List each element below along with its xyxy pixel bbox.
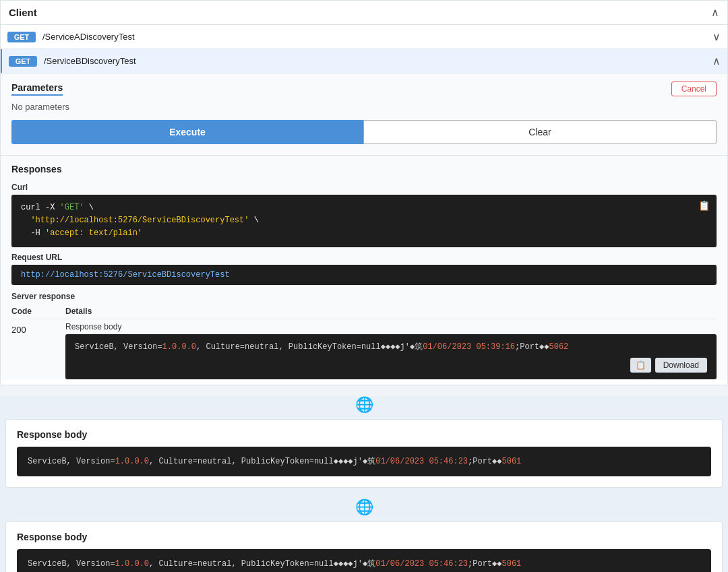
card-1-port: 5061 bbox=[502, 457, 522, 466]
card-2-port-pre: ;Port◆◆ bbox=[468, 559, 502, 569]
collapse-icon[interactable]: ∧ bbox=[711, 6, 719, 19]
response-code: 200 bbox=[11, 322, 65, 335]
endpoint-path-1: /ServiceADiscoveryTest bbox=[42, 32, 712, 42]
download-button[interactable]: Download bbox=[655, 358, 707, 373]
details-col-header: Details bbox=[65, 307, 717, 316]
response-body-version: 1.0.0.0 bbox=[162, 342, 196, 352]
curl-line-2: 'http://localhost:5276/ServiceBDiscovery… bbox=[21, 214, 707, 227]
curl-label: Curl bbox=[11, 183, 717, 192]
get-badge-2: GET bbox=[9, 56, 37, 67]
responses-section: Responses Curl 📋 curl -X 'GET' \ 'http:/… bbox=[1, 156, 727, 379]
card-1-date: 01/06/2023 05:46:23 bbox=[375, 457, 468, 466]
cancel-button[interactable]: Cancel bbox=[671, 82, 717, 96]
row-2-chevron[interactable]: ∧ bbox=[712, 55, 721, 67]
response-body-label-inline: Response body bbox=[65, 322, 717, 331]
client-header: Client ∧ bbox=[1, 1, 727, 25]
copy-curl-icon[interactable]: 📋 bbox=[698, 200, 710, 212]
params-title: Parameters bbox=[11, 82, 63, 96]
copy-response-button[interactable]: 📋 bbox=[630, 358, 651, 373]
card-1-title: Response body bbox=[17, 429, 711, 440]
card-1-port-pre: ;Port◆◆ bbox=[468, 457, 502, 466]
table-header: Code Details bbox=[11, 304, 717, 319]
response-body-port-pre: ;Port◆◆ bbox=[515, 342, 549, 352]
card-1-prefix: ServiceB, Version= bbox=[28, 457, 115, 466]
curl-line-3: -H 'accept: text/plain' bbox=[21, 227, 707, 240]
client-title: Client bbox=[9, 7, 37, 18]
card-2-port: 5061 bbox=[502, 559, 522, 569]
parameters-section: Parameters Cancel No parameters Execute … bbox=[1, 73, 727, 156]
bottom-sections: 🌐 Response body ServiceB, Version=1.0.0.… bbox=[0, 396, 728, 572]
card-2-date: 01/06/2023 05:46:23 bbox=[375, 559, 468, 569]
response-actions-row: 📋 Download bbox=[75, 358, 707, 373]
endpoint-path-2: /ServiceBDiscoveryTest bbox=[44, 56, 712, 66]
execute-button[interactable]: Execute bbox=[11, 120, 363, 144]
card-1-mid: , Culture=neutral, PublicKeyToken=null◆◆… bbox=[149, 457, 375, 466]
card-2-version: 1.0.0.0 bbox=[115, 559, 149, 569]
curl-line-1: curl -X 'GET' \ bbox=[21, 201, 707, 214]
code-col-header: Code bbox=[11, 307, 65, 316]
params-header: Parameters Cancel bbox=[11, 82, 717, 96]
get-row-2[interactable]: GET /ServiceBDiscoveryTest ∧ bbox=[1, 49, 727, 73]
response-body-mid: , Culture=neutral, PublicKeyToken=null◆◆… bbox=[196, 342, 423, 352]
get-badge-1: GET bbox=[7, 32, 36, 42]
card-1-version: 1.0.0.0 bbox=[115, 457, 149, 466]
response-body-prefix: ServiceB, Version= bbox=[75, 342, 162, 352]
response-body-container: Response body ServiceB, Version=1.0.0.0,… bbox=[65, 322, 717, 379]
response-card-1: Response body ServiceB, Version=1.0.0.0,… bbox=[5, 419, 723, 488]
response-body-code-block: ServiceB, Version=1.0.0.0, Culture=neutr… bbox=[65, 334, 717, 379]
request-url-value: http://localhost:5276/ServiceBDiscoveryT… bbox=[11, 265, 717, 285]
clear-button[interactable]: Clear bbox=[363, 120, 717, 144]
divider-1: 🌐 bbox=[0, 396, 728, 414]
server-response-label: Server response bbox=[11, 292, 717, 301]
card-1-body: ServiceB, Version=1.0.0.0, Culture=neutr… bbox=[17, 447, 711, 476]
card-2-prefix: ServiceB, Version= bbox=[28, 559, 115, 569]
divider-2: 🌐 bbox=[0, 499, 728, 516]
card-2-title: Response body bbox=[17, 532, 711, 542]
card-2-mid: , Culture=neutral, PublicKeyToken=null◆◆… bbox=[149, 559, 375, 569]
get-row-1[interactable]: GET /ServiceADiscoveryTest ∨ bbox=[1, 25, 727, 49]
row-1-chevron[interactable]: ∨ bbox=[712, 30, 721, 43]
response-row-200: 200 Response body ServiceB, Version=1.0.… bbox=[11, 322, 717, 379]
card-2-body: ServiceB, Version=1.0.0.0, Culture=neutr… bbox=[17, 549, 711, 572]
no-params-text: No parameters bbox=[11, 102, 717, 112]
response-body-port: 5062 bbox=[549, 342, 569, 352]
response-card-2: Response body ServiceB, Version=1.0.0.0,… bbox=[5, 521, 723, 572]
response-body-date: 01/06/2023 05:39:16 bbox=[423, 342, 515, 352]
curl-block: 📋 curl -X 'GET' \ 'http://localhost:5276… bbox=[11, 195, 717, 247]
translate-icon-2: 🌐 bbox=[355, 499, 373, 516]
responses-title: Responses bbox=[11, 164, 717, 174]
action-row: Execute Clear bbox=[11, 120, 717, 144]
translate-icon-1: 🌐 bbox=[355, 396, 373, 414]
request-url-label: Request URL bbox=[11, 253, 717, 262]
